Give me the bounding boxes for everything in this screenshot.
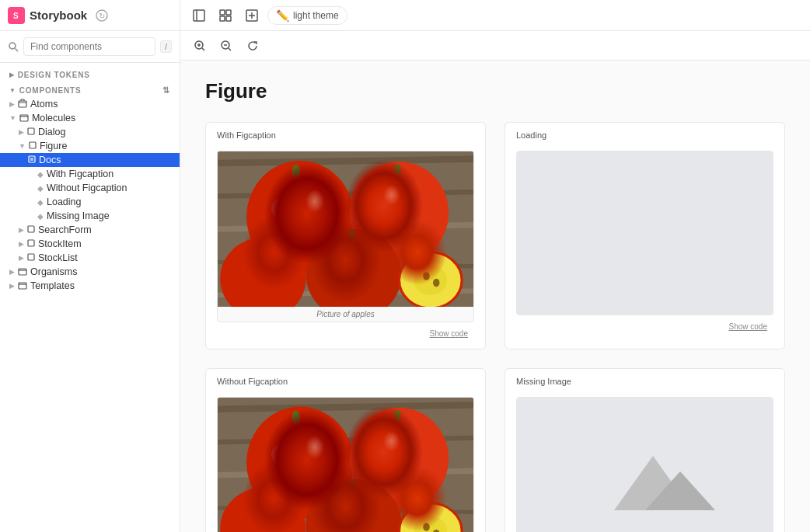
missing-image-label: Missing Image — [47, 210, 180, 221]
grid-view-button[interactable] — [215, 5, 236, 26]
svg-point-42 — [292, 165, 301, 178]
svg-point-44 — [372, 192, 401, 214]
templates-label: Templates — [30, 280, 180, 291]
sidebar-header: S Storybook ↻ — [0, 0, 180, 30]
svg-point-52 — [423, 272, 429, 280]
sidebar-item-loading[interactable]: ◆ Loading — [0, 195, 180, 209]
design-tokens-section[interactable]: ▶ DESIGN TOKENS — [0, 66, 180, 81]
svg-point-13 — [9, 43, 16, 49]
svg-line-57 — [218, 471, 473, 475]
svg-point-51 — [414, 266, 447, 295]
sidebar-item-dialog[interactable]: ▶ Dialog — [0, 125, 180, 139]
sidebar-item-without-figcaption[interactable]: ◆ Without Figcaption — [0, 181, 180, 195]
svg-line-36 — [218, 192, 473, 196]
components-label: COMPONENTS — [19, 86, 82, 95]
loading-body: Show code — [505, 144, 784, 342]
sidebar-item-stock-list[interactable]: ▶ StockList — [0, 251, 180, 265]
figure-component-icon — [29, 141, 37, 151]
svg-line-56 — [218, 438, 473, 442]
loading-image-container — [516, 151, 773, 315]
svg-point-49 — [220, 238, 305, 307]
stock-list-icon — [27, 253, 35, 263]
molecules-folder-icon — [19, 113, 29, 123]
sidebar-item-figure[interactable]: ▼ Figure — [0, 139, 180, 153]
organisms-folder-icon — [18, 266, 27, 277]
molecules-arrow-icon: ▼ — [9, 114, 16, 122]
figure-label: Figure — [40, 141, 180, 151]
sidebar: / ▶ DESIGN TOKENS ▼ COMPONENTS ⇅ ▶ At — [0, 31, 180, 532]
missing-image-body: Show code — [505, 391, 784, 532]
show-code-button-1[interactable]: Show code — [430, 329, 468, 338]
missing-image-placeholder — [517, 398, 773, 532]
docs-story-icon — [28, 155, 36, 165]
content-toolbar — [180, 31, 810, 61]
show-code-button-2[interactable]: Show code — [729, 322, 767, 331]
sidebar-item-atoms[interactable]: ▶ Atoms — [0, 97, 180, 111]
toolbar-actions: ✏️ light theme — [180, 5, 810, 26]
apple-svg — [218, 151, 473, 307]
svg-rect-26 — [19, 283, 26, 289]
figcaption-text: Picture of apples — [218, 307, 473, 322]
add-panel-button[interactable] — [241, 5, 263, 26]
sidebar-item-with-figcaption[interactable]: ◆ With Figcaption — [0, 167, 180, 181]
without-figcaption-image-container — [217, 397, 474, 532]
stock-list-label: StockList — [38, 252, 180, 263]
with-figcaption-header: With Figcaption — [206, 123, 485, 144]
update-icon[interactable]: ↻ — [93, 7, 110, 24]
without-figcaption-icon: ◆ — [37, 184, 44, 193]
templates-folder-icon — [18, 280, 27, 291]
svg-rect-4 — [194, 10, 204, 21]
docs-label: Docs — [39, 155, 180, 165]
sidebar-toggle-button[interactable] — [188, 5, 210, 26]
svg-point-72 — [423, 523, 429, 531]
svg-point-70 — [399, 503, 462, 532]
theme-toggle-button[interactable]: ✏️ light theme — [267, 6, 347, 25]
with-figcaption-label: With Figcaption — [47, 169, 180, 179]
sidebar-item-docs[interactable]: Docs — [0, 153, 180, 167]
components-arrow: ▼ — [9, 87, 16, 94]
svg-text:S: S — [13, 12, 19, 20]
svg-rect-15 — [19, 101, 26, 107]
svg-rect-7 — [226, 10, 231, 15]
missing-image-icon: ◆ — [37, 212, 44, 221]
components-sort-icon[interactable]: ⇅ — [162, 85, 170, 96]
figure-card-loading: Loading Show code — [505, 122, 785, 349]
figure-grid: With Figcaption — [205, 122, 785, 532]
atoms-label: Atoms — [30, 99, 180, 110]
zoom-in-button[interactable] — [190, 36, 210, 56]
sidebar-item-templates[interactable]: ▶ Templates — [0, 279, 180, 293]
search-input[interactable] — [23, 37, 155, 56]
sidebar-item-organisms[interactable]: ▶ Organisms — [0, 265, 180, 279]
svg-rect-16 — [20, 115, 28, 121]
reset-zoom-button[interactable] — [243, 36, 263, 56]
loading-placeholder — [517, 151, 773, 315]
svg-rect-9 — [226, 16, 231, 21]
search-form-arrow-icon: ▶ — [19, 226, 24, 234]
figure-card-missing-image: Missing Image S — [505, 368, 785, 532]
sidebar-item-stock-item[interactable]: ▶ StockItem — [0, 237, 180, 251]
svg-line-58 — [218, 508, 473, 512]
page-title: Figure — [205, 79, 785, 103]
sidebar-item-molecules[interactable]: ▼ Molecules — [0, 111, 180, 125]
sidebar-item-missing-image[interactable]: ◆ Missing Image — [0, 209, 180, 223]
svg-line-55 — [218, 405, 473, 409]
main-layout: / ▶ DESIGN TOKENS ▼ COMPONENTS ⇅ ▶ At — [0, 31, 810, 532]
svg-line-35 — [218, 159, 473, 163]
svg-point-53 — [433, 279, 439, 287]
svg-line-39 — [218, 291, 473, 295]
sidebar-item-search-form[interactable]: ▶ SearchForm — [0, 223, 180, 237]
stock-item-icon — [27, 239, 35, 249]
figure-arrow-icon: ▼ — [19, 142, 26, 150]
with-figcaption-show-code: Show code — [217, 322, 474, 342]
zoom-out-button[interactable] — [216, 36, 236, 56]
app-logo[interactable]: S Storybook — [8, 7, 87, 24]
svg-rect-34 — [218, 151, 473, 307]
dialog-arrow-icon: ▶ — [19, 128, 24, 136]
components-section[interactable]: ▼ COMPONENTS ⇅ — [0, 81, 180, 97]
svg-point-43 — [350, 162, 449, 264]
svg-point-41 — [271, 196, 304, 221]
svg-point-63 — [350, 408, 449, 510]
svg-rect-22 — [28, 226, 34, 232]
svg-point-67 — [327, 505, 355, 524]
svg-line-37 — [218, 225, 473, 229]
